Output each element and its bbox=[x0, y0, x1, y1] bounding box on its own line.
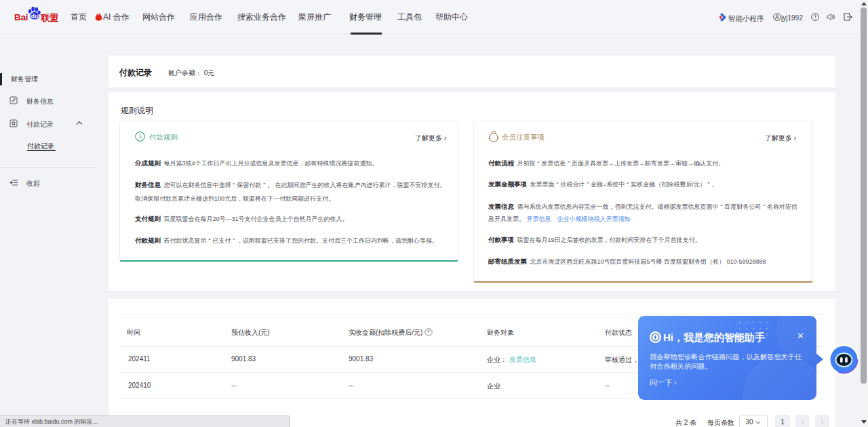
svg-text:du: du bbox=[31, 13, 38, 20]
